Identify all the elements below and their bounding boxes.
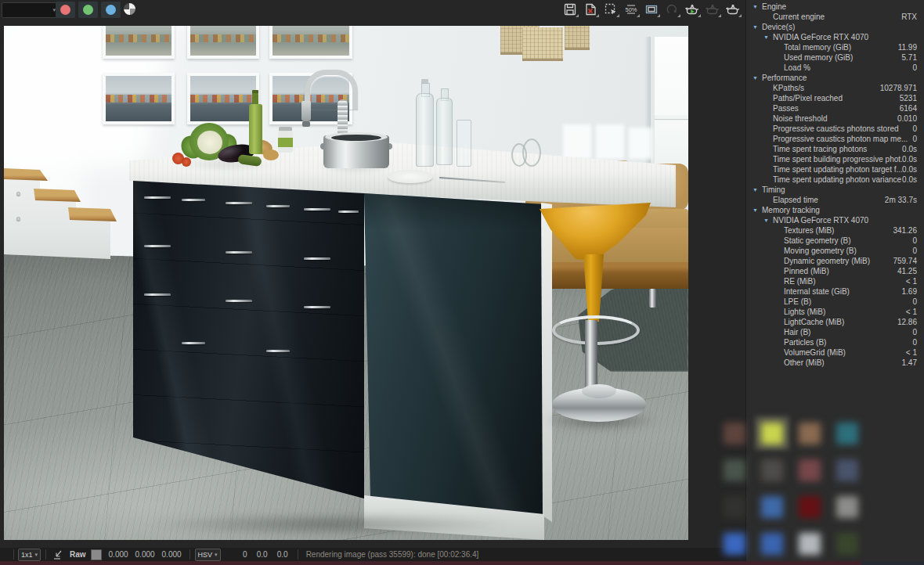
render-thumbnail[interactable] — [753, 415, 791, 452]
stat-label: RE (MiB) — [784, 277, 906, 286]
region-render-icon — [604, 2, 618, 16]
region-render-button[interactable] — [601, 1, 620, 18]
render-thumbnail[interactable] — [716, 488, 753, 525]
stats-row: Used memory (GiB)5.71 — [746, 52, 924, 63]
stats-row: Hair (B)0 — [746, 327, 924, 337]
rgb-value: 0.000 — [155, 550, 182, 559]
render-thumbnail[interactable] — [716, 525, 753, 562]
start-interactive-render-button[interactable] — [683, 1, 702, 18]
stats-row: ▼Performance — [746, 73, 924, 83]
stat-label: Passes — [773, 104, 900, 113]
rgb-value: 0.000 — [128, 550, 155, 559]
stat-label: Noise threshold — [773, 114, 897, 123]
render-thumbnail[interactable] — [753, 488, 791, 525]
stats-row: RE (MiB)< 1 — [746, 276, 924, 286]
collapse-arrow-icon[interactable]: ▼ — [753, 24, 762, 30]
green-channel-button[interactable] — [78, 2, 98, 18]
color-mode-select[interactable]: HSV ▾ — [195, 549, 221, 561]
stat-label: Other (MiB) — [784, 358, 902, 367]
stat-label: Internal state (GiB) — [784, 287, 902, 296]
stat-label: Textures (MiB) — [784, 226, 893, 235]
stats-row: Textures (MiB)341.26 — [746, 225, 924, 236]
blue-channel-button[interactable] — [101, 2, 121, 18]
pixel-ratio-select[interactable]: 1x1 ▾ — [18, 549, 41, 561]
render-thumbnail[interactable] — [753, 525, 791, 562]
stat-value: 5231 — [900, 94, 917, 103]
stat-label: Progressive caustics photons stored — [773, 124, 912, 133]
zoom-50-button[interactable]: 50% — [622, 1, 641, 18]
scene-stairs — [4, 167, 121, 261]
stat-value: 0 — [912, 135, 917, 143]
thumbnail-color — [799, 496, 821, 518]
letterbox-icon — [644, 2, 659, 16]
stat-value: 11.99 — [898, 43, 917, 52]
stat-label: Elapsed time — [773, 196, 885, 204]
collapse-arrow-icon[interactable]: ▼ — [753, 187, 762, 193]
hsv-values: 00.00.0 — [227, 550, 288, 559]
thumbnail-grid — [711, 410, 872, 565]
rgb-values: 0.0000.0000.000 — [102, 550, 182, 559]
stat-value: < 1 — [906, 308, 917, 316]
render-thumbnail[interactable] — [791, 525, 828, 562]
stat-label: Paths/Pixel reached — [773, 94, 900, 103]
thumbnail-color — [836, 423, 858, 444]
thumbnail-color — [836, 459, 858, 481]
stats-row: ▼Timing — [746, 185, 924, 195]
stats-row: LPE (B)0 — [746, 297, 924, 307]
red-channel-button[interactable] — [56, 2, 75, 18]
stat-label: Memory tracking — [762, 206, 917, 214]
render-thumbnail[interactable] — [828, 488, 866, 525]
render-thumbnail[interactable] — [791, 415, 828, 452]
clear-image-button[interactable] — [581, 1, 600, 18]
render-thumbnail[interactable] — [791, 488, 828, 525]
save-image-button[interactable] — [561, 1, 579, 18]
stats-row: ▼Engine — [746, 2, 924, 12]
render-image[interactable] — [4, 26, 688, 540]
render-thumbnail[interactable] — [828, 452, 866, 488]
raw-label: Raw — [70, 550, 86, 559]
collapse-arrow-icon[interactable]: ▼ — [763, 218, 773, 223]
collapse-arrow-icon[interactable]: ▼ — [753, 75, 762, 81]
stats-row: Time spent updating photon target f...0.… — [746, 164, 924, 175]
stats-row: ▼Device(s) — [746, 22, 924, 32]
scene-cooking-pot — [323, 129, 391, 168]
stat-label: Current engine — [773, 13, 901, 21]
stop-render-button[interactable] — [724, 1, 742, 18]
stat-label: KPaths/s — [773, 84, 880, 92]
pixel-probe-icon[interactable] — [52, 549, 63, 560]
render-thumbnail[interactable] — [753, 452, 791, 488]
render-thumbnail[interactable] — [716, 415, 753, 452]
scene-bar-stool — [533, 196, 652, 430]
render-last-button[interactable] — [662, 1, 681, 18]
render-thumbnail[interactable] — [791, 452, 828, 488]
collapse-arrow-icon[interactable]: ▼ — [753, 207, 762, 213]
collapse-arrow-icon[interactable]: ▼ — [763, 34, 773, 40]
stat-value: 0.0s — [902, 145, 917, 153]
scene-decanter — [511, 128, 543, 167]
scene-picture-frame — [187, 26, 259, 59]
stat-value: < 1 — [906, 277, 917, 286]
channel-select[interactable]: ▾ — [2, 2, 60, 18]
collapse-arrow-icon[interactable]: ▼ — [753, 4, 762, 9]
thumbnail-color — [761, 533, 783, 555]
thumbnail-color — [836, 533, 858, 555]
stats-row: Load %0 — [746, 63, 924, 73]
stat-value: 0 — [912, 338, 917, 347]
stats-row: ▼Memory tracking — [746, 205, 924, 215]
stat-value: 10278.971 — [880, 84, 917, 92]
thumbnail-color — [761, 423, 783, 444]
render-thumbnail[interactable] — [828, 415, 866, 452]
start-interactive-render-icon — [685, 2, 699, 16]
hsv-value: 0.0 — [247, 550, 268, 559]
alpha-channel-button[interactable] — [124, 3, 135, 15]
chevron-down-icon: ▾ — [35, 552, 38, 558]
stat-label: Performance — [762, 74, 917, 82]
render-thumbnail[interactable] — [828, 525, 866, 562]
stat-value: 0 — [912, 247, 917, 255]
hsv-value: 0.0 — [268, 550, 288, 559]
render-paused-button[interactable] — [703, 1, 722, 18]
letterbox-button[interactable] — [642, 1, 661, 18]
render-thumbnail[interactable] — [716, 452, 753, 488]
stat-value: RTX — [901, 13, 917, 21]
thumbnail-color — [799, 459, 821, 481]
